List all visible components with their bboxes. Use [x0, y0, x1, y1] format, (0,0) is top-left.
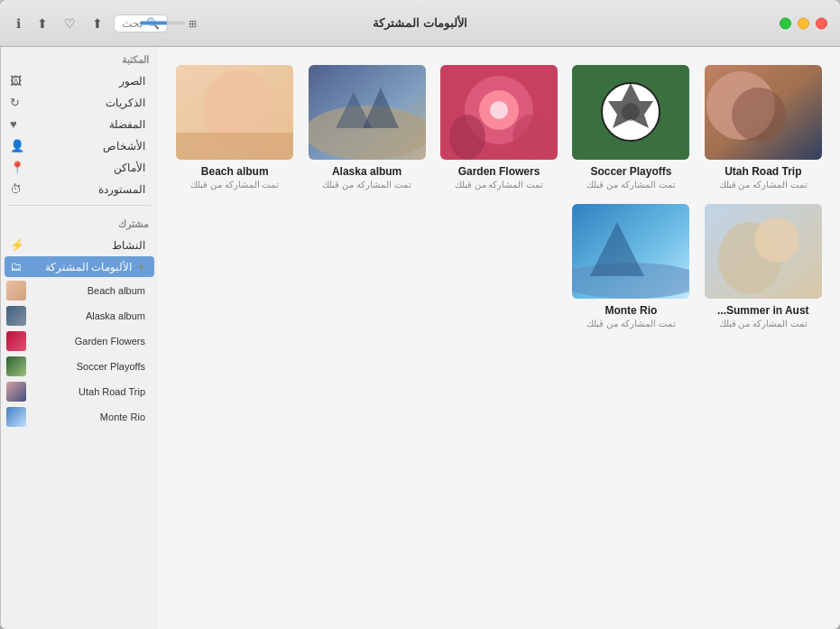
svg-rect-19	[176, 133, 293, 160]
favorites-icon: ♥	[10, 117, 17, 131]
album-thumb	[705, 204, 822, 299]
sidebar-item-memories[interactable]: الذكريات ↻	[5, 92, 154, 113]
activity-icon: ⚡	[10, 238, 24, 252]
album-item-summer[interactable]: Summer in Aust... تمت المشاركه من قبلك	[705, 204, 822, 328]
heart-button[interactable]: ♡	[59, 13, 81, 34]
maximize-button[interactable]	[780, 17, 791, 29]
sidebar-sub-label: Alaska album	[32, 310, 145, 321]
sidebar-item-shared-albums[interactable]: ▼ الألبومات المشتركة 🗂	[5, 256, 154, 277]
album-subtitle: تمت المشاركه من قبلك	[586, 180, 675, 190]
album-thumb	[309, 65, 426, 160]
album-subtitle: تمت المشاركه من قبلك	[322, 180, 411, 190]
sidebar-sub-monterio[interactable]: Monte Rio	[1, 404, 158, 430]
sidebar-sub-thumb	[6, 407, 26, 427]
sidebar-item-favorites[interactable]: المفضلة ♥	[5, 114, 154, 134]
album-subtitle: تمت المشاركه من قبلك	[455, 180, 543, 190]
album-item-beach[interactable]: Beach album تمت المشاركه من قبلك	[176, 65, 293, 190]
sidebar-memories-label: الذكريات	[25, 97, 145, 109]
album-title: Beach album	[201, 165, 269, 178]
sidebar-divider	[8, 205, 151, 206]
sidebar-sub-thumb	[6, 281, 26, 301]
sidebar-people-label: الأشخاص	[30, 140, 145, 153]
sidebar-sub-items: Beach album Alaska album Garden Flowers …	[1, 278, 158, 430]
upload-button[interactable]: ⬆	[32, 13, 53, 34]
memories-icon: ↻	[10, 96, 20, 109]
sidebar-activity-label: النشاط	[30, 239, 145, 252]
sidebar-sub-thumb	[6, 382, 26, 402]
svg-point-14	[309, 106, 426, 160]
shared-header: مشترك	[1, 211, 158, 234]
svg-point-12	[512, 115, 549, 160]
svg-point-6	[622, 103, 640, 121]
album-thumb	[572, 204, 689, 299]
sidebar-sub-thumb	[6, 331, 26, 351]
sidebar-places-label: الأماكن	[30, 162, 145, 174]
shared-albums-label: الألبومات المشتركة	[27, 261, 132, 273]
people-icon: 👤	[10, 139, 24, 153]
album-thumb	[176, 65, 293, 160]
sidebar-favorites-label: المفضلة	[23, 118, 145, 131]
sidebar-item-activity[interactable]: النشاط ⚡	[5, 235, 154, 255]
sidebar-sub-label: Beach album	[32, 285, 145, 296]
sidebar-sub-soccer[interactable]: Soccer Playoffs	[1, 354, 158, 379]
imports-icon: ⏱	[10, 182, 22, 196]
info-button[interactable]: ℹ	[11, 13, 26, 34]
svg-point-22	[754, 217, 799, 263]
album-thumb	[705, 65, 822, 160]
sidebar-item-imports[interactable]: المستوردة ⏱	[5, 179, 154, 199]
album-title: Alaska album	[332, 165, 402, 178]
sidebar-item-photos[interactable]: الصور 🖼	[5, 70, 154, 91]
sidebar-sub-label: Soccer Playoffs	[32, 361, 145, 372]
albums-grid: Utah Road Trip تمت المشاركه من قبلك Socc…	[176, 65, 822, 328]
sidebar-imports-label: المستوردة	[27, 183, 145, 196]
album-thumb	[572, 65, 689, 160]
sidebar: المكتبة الصور 🖼 الذكريات ↻ المفضلة ♥ الأ…	[0, 47, 158, 629]
window-title: الألبومات المشتركة	[373, 16, 467, 30]
album-item-soccer[interactable]: Soccer Playoffs تمت المشاركه من قبلك	[572, 65, 689, 190]
album-subtitle: تمت المشاركه من قبلك	[190, 180, 279, 190]
sidebar-sub-garden[interactable]: Garden Flowers	[1, 328, 158, 354]
album-title: Garden Flowers	[458, 165, 540, 178]
close-button[interactable]	[816, 17, 827, 29]
share-button[interactable]: ⬆	[87, 13, 108, 34]
album-item-alaska[interactable]: Alaska album تمت المشاركه من قبلك	[308, 65, 425, 190]
album-title: Summer in Aust...	[717, 304, 809, 317]
album-title: Soccer Playoffs	[590, 165, 671, 178]
main-window: 🔍 بحث ⬆ ♡ ⬆ ℹ الألبومات المشتركة ⊞	[0, 0, 840, 629]
sidebar-sub-utah[interactable]: Utah Road Trip	[1, 379, 158, 404]
sidebar-photos-label: الصور	[27, 75, 145, 88]
svg-point-10	[490, 101, 508, 119]
album-subtitle: تمت المشاركه من قبلك	[586, 319, 675, 328]
zoom-slider[interactable]	[140, 22, 185, 25]
svg-point-2	[732, 88, 786, 142]
sidebar-sub-alaska[interactable]: Alaska album	[1, 303, 158, 328]
sidebar-item-places[interactable]: الأماكن 📍	[5, 157, 154, 178]
grid-icon: ⊞	[189, 17, 197, 29]
minimize-button[interactable]	[798, 17, 809, 29]
album-item-garden[interactable]: Garden Flowers تمت المشاركه من قبلك	[440, 65, 558, 190]
sidebar-sub-thumb	[6, 356, 26, 376]
photos-icon: 🖼	[10, 74, 22, 88]
album-title: Utah Road Trip	[725, 165, 801, 178]
library-header: المكتبة	[1, 47, 158, 69]
window-controls	[780, 17, 827, 29]
sidebar-item-people[interactable]: الأشخاص 👤	[5, 135, 154, 156]
sidebar-sub-label: Utah Road Trip	[32, 386, 145, 397]
content-area: Utah Road Trip تمت المشاركه من قبلك Socc…	[0, 47, 840, 629]
album-subtitle: تمت المشاركه من قبلك	[719, 180, 808, 190]
main-content: Utah Road Trip تمت المشاركه من قبلك Socc…	[158, 47, 840, 629]
sidebar-sub-label: Monte Rio	[32, 412, 145, 422]
expand-icon: ▼	[137, 263, 145, 272]
zoom-controls: ⊞	[140, 17, 197, 29]
album-subtitle: تمت المشاركه من قبلك	[719, 319, 808, 328]
album-item-monterio[interactable]: Monte Rio تمت المشاركه من قبلك	[572, 204, 689, 328]
places-icon: 📍	[10, 161, 24, 174]
svg-point-11	[449, 115, 485, 160]
titlebar: 🔍 بحث ⬆ ♡ ⬆ ℹ الألبومات المشتركة ⊞	[0, 0, 840, 47]
album-item-utah[interactable]: Utah Road Trip تمت المشاركه من قبلك	[705, 65, 822, 190]
sidebar-sub-thumb	[6, 306, 26, 326]
sidebar-sub-label: Garden Flowers	[32, 336, 145, 347]
album-title: Monte Rio	[605, 304, 657, 317]
sidebar-sub-beach[interactable]: Beach album	[1, 278, 158, 303]
album-thumb	[440, 65, 558, 160]
